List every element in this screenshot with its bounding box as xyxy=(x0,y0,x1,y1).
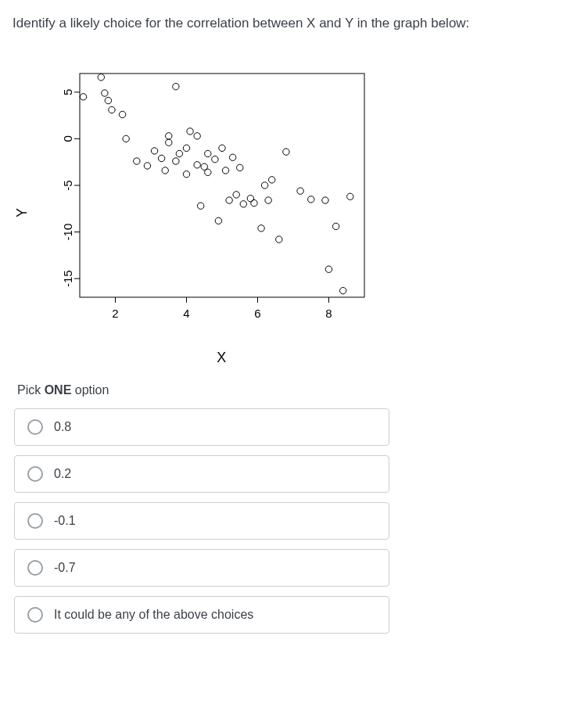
svg-point-36 xyxy=(183,171,189,177)
svg-text:8: 8 xyxy=(325,307,332,320)
svg-point-52 xyxy=(237,164,243,171)
svg-point-24 xyxy=(119,111,125,117)
option-4[interactable]: It could be any of the above choices xyxy=(14,596,389,634)
svg-point-28 xyxy=(151,148,157,154)
option-label: 0.2 xyxy=(54,467,71,481)
prompt-prefix: Pick xyxy=(17,383,45,397)
svg-point-66 xyxy=(332,223,339,229)
svg-point-30 xyxy=(162,167,168,174)
svg-point-26 xyxy=(134,158,140,164)
svg-text:-5: -5 xyxy=(61,180,74,190)
pick-one-prompt: Pick ONE option xyxy=(17,383,575,397)
svg-point-55 xyxy=(251,199,257,206)
svg-point-53 xyxy=(240,200,246,206)
option-2[interactable]: -0.1 xyxy=(14,502,389,540)
option-label: -0.7 xyxy=(54,561,76,575)
svg-point-43 xyxy=(205,150,211,156)
chart-svg: 2468-15-10-505 xyxy=(19,64,378,346)
svg-point-41 xyxy=(198,203,204,209)
svg-point-45 xyxy=(212,156,218,162)
svg-point-57 xyxy=(265,197,271,203)
option-1[interactable]: 0.2 xyxy=(14,455,389,493)
svg-point-49 xyxy=(226,197,232,203)
svg-point-47 xyxy=(219,145,225,151)
radio-icon xyxy=(27,607,43,623)
x-axis-label: X xyxy=(217,350,226,366)
svg-point-62 xyxy=(297,188,303,194)
svg-point-29 xyxy=(158,155,164,161)
svg-point-50 xyxy=(229,154,235,160)
svg-point-51 xyxy=(233,192,239,198)
option-0[interactable]: 0.8 xyxy=(14,408,389,446)
svg-point-60 xyxy=(276,236,282,242)
svg-point-25 xyxy=(123,135,129,142)
svg-point-35 xyxy=(176,150,182,156)
svg-text:-10: -10 xyxy=(61,224,74,241)
svg-point-32 xyxy=(166,139,172,145)
y-axis-label: Y xyxy=(14,208,30,217)
option-label: 0.8 xyxy=(54,420,71,434)
svg-point-67 xyxy=(340,287,346,293)
prompt-bold: ONE xyxy=(45,383,72,397)
svg-text:6: 6 xyxy=(254,307,260,320)
prompt-suffix: option xyxy=(71,383,109,397)
svg-point-31 xyxy=(166,132,172,138)
question-text: Identify a likely choice for the correla… xyxy=(13,14,575,33)
svg-point-56 xyxy=(261,182,267,189)
svg-point-19 xyxy=(80,93,86,99)
svg-point-33 xyxy=(173,83,179,89)
svg-point-22 xyxy=(105,97,111,103)
option-3[interactable]: -0.7 xyxy=(14,549,389,587)
svg-point-68 xyxy=(347,193,353,199)
svg-point-58 xyxy=(258,224,264,231)
svg-point-59 xyxy=(269,176,275,182)
svg-point-40 xyxy=(194,132,200,138)
option-label: It could be any of the above choices xyxy=(54,608,253,622)
svg-point-65 xyxy=(325,266,332,272)
svg-text:2: 2 xyxy=(112,307,118,320)
svg-point-34 xyxy=(173,158,179,164)
svg-point-61 xyxy=(283,149,289,155)
svg-point-20 xyxy=(98,74,104,80)
svg-point-44 xyxy=(205,169,211,175)
option-label: -0.1 xyxy=(54,514,76,528)
svg-point-48 xyxy=(222,167,228,174)
svg-point-37 xyxy=(183,145,189,151)
options-list: 0.80.2-0.1-0.7It could be any of the abo… xyxy=(14,408,389,634)
svg-point-46 xyxy=(215,217,221,224)
svg-point-21 xyxy=(102,90,108,96)
radio-icon xyxy=(27,560,43,576)
svg-rect-0 xyxy=(80,74,364,297)
svg-point-38 xyxy=(187,127,193,134)
svg-text:4: 4 xyxy=(183,307,189,320)
svg-point-54 xyxy=(247,195,253,201)
radio-icon xyxy=(27,419,43,435)
svg-point-27 xyxy=(144,163,150,169)
svg-text:0: 0 xyxy=(61,135,74,142)
radio-icon xyxy=(27,513,43,529)
radio-icon xyxy=(27,466,43,482)
svg-text:5: 5 xyxy=(61,88,74,95)
scatter-chart: Y 2468-15-10-505 X xyxy=(19,64,394,361)
svg-point-23 xyxy=(109,106,115,113)
svg-point-39 xyxy=(194,161,200,167)
svg-text:-15: -15 xyxy=(61,270,74,287)
svg-point-63 xyxy=(308,196,314,202)
svg-point-64 xyxy=(322,197,328,203)
